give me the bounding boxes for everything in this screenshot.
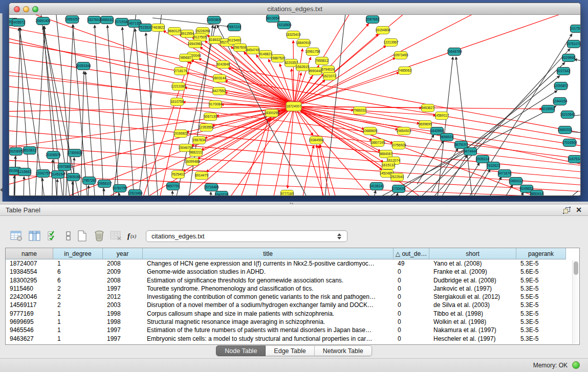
graph-node[interactable]: 9170084 <box>209 101 222 108</box>
graph-node[interactable]: 1543726 <box>215 191 228 196</box>
graph-node[interactable]: 9215953 <box>541 105 555 113</box>
graph-node[interactable]: 2087682 <box>366 16 379 24</box>
float-panel-icon[interactable] <box>563 207 571 214</box>
graph-node[interactable]: 1610758 <box>170 98 184 106</box>
graph-node[interactable]: 12213967 <box>383 39 399 47</box>
table-row[interactable]: 1830029562008Estimation of significance … <box>6 276 579 285</box>
graph-node[interactable]: 14569117 <box>434 112 449 120</box>
graph-node[interactable]: 12093872 <box>553 82 569 90</box>
graph-node[interactable]: 19218506 <box>276 21 292 29</box>
graph-node[interactable]: 10654112 <box>509 178 524 185</box>
graph-edge[interactable] <box>88 185 89 196</box>
graph-node[interactable]: 7632621 <box>487 162 500 170</box>
graph-node[interactable]: 9777169 <box>280 190 294 196</box>
graph-node[interactable]: 12353554 <box>199 124 214 132</box>
graph-edge[interactable] <box>464 169 490 196</box>
graph-node[interactable]: 8813054 <box>266 15 279 23</box>
graph-node[interactable]: 14136141 <box>369 183 384 190</box>
splitter-grip-icon[interactable]: ▾▴ <box>290 202 296 204</box>
graph-edge[interactable] <box>23 177 24 196</box>
graph-node[interactable]: 7955812 <box>315 57 329 65</box>
graph-node[interactable]: 1733426 <box>392 185 405 193</box>
delete-columns-button[interactable] <box>92 229 106 243</box>
graph-node[interactable]: 7625402 <box>171 171 185 179</box>
graph-node[interactable]: 10958107 <box>97 180 112 188</box>
graph-node[interactable]: 18724007 <box>286 102 301 111</box>
graph-node[interactable]: 9463627 <box>421 104 434 112</box>
table-selector[interactable]: citations_edges.txt <box>146 230 347 242</box>
graph-node[interactable]: 8471676 <box>498 170 511 178</box>
column-header-pagerank[interactable]: pagerank <box>516 248 566 259</box>
graph-edge[interactable] <box>122 27 136 196</box>
graph-node[interactable]: 8454749 <box>246 47 259 54</box>
graph-node[interactable]: 9660125 <box>168 28 181 35</box>
table-row[interactable]: 946362711997Embryonic stem cells: a mode… <box>6 335 579 343</box>
graph-node[interactable]: 10688609 <box>362 127 378 135</box>
graph-node[interactable]: 19384554 <box>309 137 324 144</box>
graph-node[interactable]: 12505185 <box>66 173 81 181</box>
graph-node[interactable]: 16210643 <box>560 111 575 119</box>
column-header-in_degree[interactable]: in_degree <box>53 248 103 259</box>
graph-node[interactable]: 9699695 <box>419 121 432 128</box>
graph-node[interactable]: 10975887 <box>57 163 72 171</box>
graph-node[interactable]: 2967608 <box>233 44 247 52</box>
graph-node[interactable]: 15716485 <box>204 184 219 191</box>
graph-node[interactable]: 9242848 <box>216 61 230 69</box>
graph-node[interactable]: 9857791 <box>166 183 180 190</box>
graph-edge[interactable] <box>13 176 14 196</box>
memory-ok-indicator[interactable] <box>572 361 580 369</box>
graph-node[interactable]: 2935114 <box>476 156 489 163</box>
graph-edge[interactable] <box>199 58 294 106</box>
graph-edge[interactable] <box>9 71 294 106</box>
graph-node[interactable]: 1167534 <box>568 156 581 163</box>
graph-edge[interactable] <box>9 81 581 162</box>
table-row[interactable]: 946554611997Estimation of the future num… <box>6 326 579 334</box>
graph-node[interactable]: 6914479 <box>195 172 208 180</box>
graph-node[interactable]: 2522540 <box>390 173 404 181</box>
graph-node[interactable]: 12444154 <box>552 98 568 105</box>
graph-node[interactable]: 1621072 <box>323 73 336 80</box>
graph-node[interactable]: 1615132 <box>382 162 395 169</box>
graph-node[interactable]: 16154808 <box>375 27 390 34</box>
graph-node[interactable]: 8912954 <box>181 30 194 38</box>
graph-node[interactable]: 2405572 <box>12 19 25 27</box>
graph-node[interactable]: 1527602 <box>88 16 101 24</box>
graph-node[interactable]: 8427552 <box>212 87 226 95</box>
graph-edge[interactable] <box>570 191 578 196</box>
selection-mode-button[interactable] <box>46 229 60 243</box>
table-row[interactable]: 1938455462009Genome-wide association stu… <box>6 268 579 276</box>
graph-node[interactable]: 10756928 <box>391 142 406 149</box>
graph-node[interactable]: 16099488 <box>185 158 200 166</box>
graph-edge[interactable] <box>317 145 326 196</box>
close-panel-icon[interactable]: ✕ <box>576 206 582 214</box>
graph-node[interactable]: 7515526 <box>139 24 152 32</box>
tab-network-table[interactable]: Network Table <box>315 345 372 356</box>
graph-node[interactable]: 16648784 <box>447 48 462 56</box>
tab-node-table[interactable]: Node Table <box>216 345 266 356</box>
graph-edge[interactable] <box>95 25 105 196</box>
graph-node[interactable]: 7857224 <box>228 24 241 31</box>
graph-node[interactable]: 20053346 <box>76 62 91 70</box>
graph-node[interactable]: 1145194 <box>51 171 64 179</box>
scrollbar-thumb[interactable] <box>574 261 578 275</box>
table-vertical-scrollbar[interactable] <box>572 260 579 344</box>
graph-edge[interactable] <box>294 106 382 170</box>
select-columns-button[interactable] <box>28 229 42 243</box>
graph-node[interactable]: 18300295 <box>264 110 279 117</box>
graph-node[interactable]: 9227342 <box>557 68 570 75</box>
graph-node[interactable]: 18807249 <box>370 139 385 147</box>
graph-node[interactable]: 19166822 <box>173 130 188 138</box>
graph-node[interactable]: 16961758 <box>305 48 320 56</box>
collapse-panel-arrow-icon[interactable] <box>0 188 3 192</box>
graph-node[interactable]: 15751074 <box>566 40 581 48</box>
graph-edge[interactable] <box>456 57 476 196</box>
graph-node[interactable]: 17957283 <box>81 177 97 185</box>
column-header-short[interactable]: short <box>429 248 516 259</box>
graph-node[interactable]: 9329966 <box>562 54 575 62</box>
graph-node[interactable]: 8990448 <box>309 68 322 75</box>
graph-node[interactable]: 10973493 <box>393 52 408 59</box>
graph-node[interactable]: 16782759 <box>112 185 127 192</box>
graph-node[interactable]: 989687 <box>180 54 192 62</box>
graph-node[interactable]: 10653257 <box>64 16 80 24</box>
tab-edge-table[interactable]: Edge Table <box>266 345 314 356</box>
